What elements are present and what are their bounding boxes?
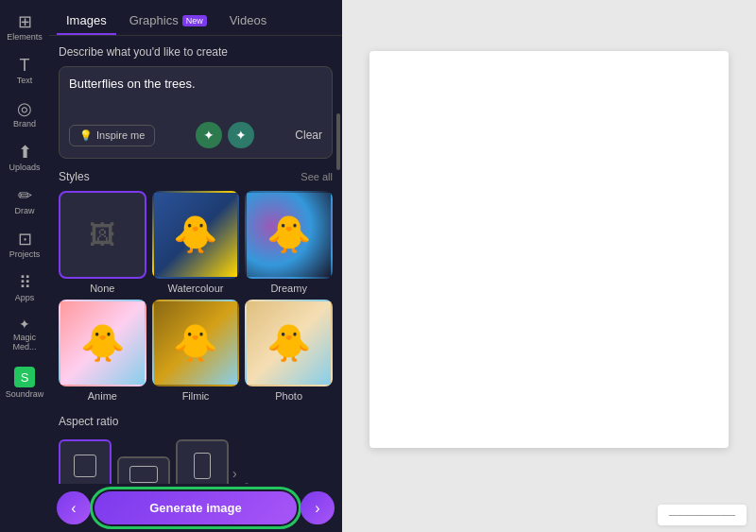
sidebar-item-text[interactable]: T Text [2, 51, 47, 91]
aspect-square[interactable]: Square [59, 439, 112, 484]
style-thumb-watercolour: 🐥 [152, 191, 240, 279]
sidebar-item-apps[interactable]: ⠿ Apps [2, 268, 47, 308]
duck-dreamy: 🐥 [266, 214, 311, 255]
left-btn-icon: ‹ [71, 500, 76, 517]
styles-grid: 🖼 None 🐥 Watercolour 🐥 [59, 191, 333, 402]
generate-image-button[interactable]: Generate image [94, 491, 297, 524]
prompt-icon-group: ✦ ✦ [196, 122, 254, 148]
uploads-icon: ⬆ [18, 144, 32, 161]
style-label-none: None [90, 283, 114, 294]
sidebar-label-elements: Elements [7, 32, 43, 42]
square-shape [74, 455, 96, 477]
generate-bar: ‹ Generate image › [49, 484, 342, 532]
canvas-white[interactable] [369, 51, 729, 448]
brand-icon: ◎ [17, 100, 32, 117]
watercolour-image: 🐥 [154, 193, 238, 277]
tab-videos[interactable]: Videos [220, 8, 277, 35]
style-photo[interactable]: 🐥 Photo [245, 300, 333, 403]
apps-icon: ⠿ [19, 274, 31, 291]
sidebar-label-draw: Draw [14, 206, 34, 215]
generate-right-btn[interactable]: › [301, 491, 335, 524]
tab-images[interactable]: Images [57, 8, 116, 35]
aspect-title: Aspect ratio [59, 415, 118, 428]
sidebar-item-projects[interactable]: ⊡ Projects [2, 225, 47, 265]
aspect-header: Aspect ratio [59, 415, 333, 428]
sidebar-item-uploads[interactable]: ⬆ Uploads [2, 138, 47, 178]
sidebar-label-magic: Magic Med... [6, 333, 43, 352]
ai-icon-green[interactable]: ✦ [196, 122, 222, 148]
style-label-watercolour: Watercolour [168, 283, 224, 294]
aspect-row: Square Landscape Portrait [59, 436, 333, 484]
landscape-shape [129, 466, 158, 483]
sidebar-label-soundraw: Soundraw [6, 389, 44, 399]
elements-icon: ⊞ [18, 13, 32, 30]
sidebar-item-soundraw[interactable]: S Soundraw [2, 361, 47, 404]
duck-anime: 🐥 [80, 322, 125, 364]
sidebar-item-brand[interactable]: ◎ Brand [2, 94, 47, 134]
aspect-landscape[interactable]: Landscape [117, 456, 170, 484]
style-label-filmic: Filmic [182, 390, 210, 402]
ai-glyph2: ✦ [235, 128, 247, 143]
icon-sidebar: ⊞ Elements T Text ◎ Brand ⬆ Uploads ✏ Dr… [0, 0, 49, 532]
panel-content: Describe what you'd like to create Butte… [49, 36, 342, 484]
prompt-box: Butterflies on the trees. 💡 Inspire me ✦… [59, 66, 333, 159]
prompt-text[interactable]: Butterflies on the trees. [69, 77, 322, 114]
aspect-grid: Square Landscape Portrait [59, 439, 229, 484]
clear-button[interactable]: Clear [295, 129, 322, 142]
dreamy-image: 🐥 [247, 193, 331, 277]
sidebar-label-text: Text [17, 76, 33, 85]
sidebar-item-draw[interactable]: ✏ Draw [2, 181, 47, 221]
aspect-box-portrait [176, 439, 229, 484]
ai-icon-teal[interactable]: ✦ [228, 122, 254, 148]
text-icon: T [20, 57, 30, 74]
prompt-section-label: Describe what you'd like to create [59, 45, 333, 59]
canvas-bottom: ───────── [342, 498, 756, 532]
duck-watercolour: 🐥 [173, 214, 217, 255]
tabs-bar: Images Graphics New Videos [49, 0, 342, 36]
bulb-icon: 💡 [79, 129, 93, 142]
new-badge: New [182, 15, 207, 26]
sidebar-label-brand: Brand [13, 119, 36, 129]
style-thumb-anime: 🐥 [59, 300, 146, 387]
style-thumb-filmic: 🐥 [152, 300, 240, 387]
sidebar-label-projects: Projects [9, 249, 41, 259]
sidebar-item-elements[interactable]: ⊞ Elements [2, 8, 47, 47]
projects-icon: ⊡ [18, 231, 32, 248]
magic-icon: ✦ [19, 317, 30, 331]
main-panel: Images Graphics New Videos Describe what… [49, 0, 342, 532]
image-placeholder-icon: 🖼 [89, 219, 115, 250]
see-all-link[interactable]: See all [301, 171, 333, 182]
canvas-content [342, 0, 756, 498]
duck-filmic: 🐥 [173, 322, 217, 364]
aspect-section: Aspect ratio Square [59, 415, 333, 484]
style-anime[interactable]: 🐥 Anime [59, 300, 146, 403]
inspire-me-button[interactable]: 💡 Inspire me [69, 125, 155, 146]
style-thumb-photo: 🐥 [245, 300, 333, 387]
style-watercolour[interactable]: 🐥 Watercolour [152, 191, 240, 294]
style-label-anime: Anime [88, 390, 117, 402]
duck-photo: 🐥 [266, 322, 311, 364]
canvas-area: ───────── [342, 0, 756, 532]
portrait-shape [194, 453, 211, 479]
draw-icon: ✏ [18, 187, 32, 204]
style-filmic[interactable]: 🐥 Filmic [152, 300, 240, 403]
styles-header: Styles See all [59, 170, 333, 183]
style-thumb-none: 🖼 [59, 191, 146, 279]
sidebar-item-magic[interactable]: ✦ Magic Med... [2, 312, 47, 357]
aspect-portrait[interactable]: Portrait [176, 439, 229, 484]
aspect-scroll-arrow[interactable]: › [229, 466, 241, 481]
photo-image: 🐥 [247, 301, 331, 386]
aspect-box-landscape [117, 456, 170, 484]
prompt-actions: 💡 Inspire me ✦ ✦ Clear [69, 122, 322, 148]
style-thumb-dreamy: 🐥 [245, 191, 333, 279]
ai-glyph: ✦ [203, 128, 215, 143]
style-none[interactable]: 🖼 None [59, 191, 146, 294]
panel-scroll-indicator [336, 113, 340, 170]
filmic-image: 🐥 [154, 301, 238, 386]
tab-graphics[interactable]: Graphics New [120, 8, 216, 35]
generate-left-btn[interactable]: ‹ [57, 491, 91, 524]
aspect-scroll-bar [245, 436, 249, 484]
soundraw-icon: S [14, 367, 35, 387]
styles-title: Styles [59, 170, 90, 183]
style-dreamy[interactable]: 🐥 Dreamy [245, 191, 333, 294]
